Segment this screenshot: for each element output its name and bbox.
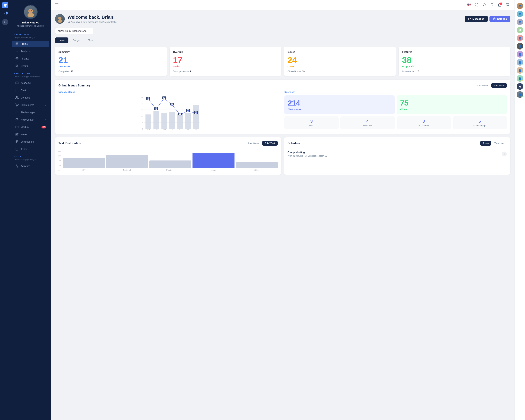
overview-title: Overview: [284, 91, 507, 93]
notification-icon[interactable]: 3: [2, 11, 8, 18]
stat-label-overdue: Tasks: [173, 65, 278, 68]
sidebar-item-project[interactable]: Project: [12, 41, 49, 47]
bar-col-other: Other: [236, 162, 278, 171]
mini-stat-reopened: 8 Re-opened: [396, 116, 451, 129]
stat-menu-issues[interactable]: ⋮: [389, 50, 392, 54]
svg-point-24: [483, 3, 486, 6]
svg-text:Sat: Sat: [187, 129, 189, 130]
mini-stat-fixed-label: Fixed: [287, 124, 336, 127]
right-avatar-6[interactable]: 👤: [517, 43, 523, 49]
sidebar-item-notes[interactable]: Notes: [12, 131, 49, 138]
right-avatar-12[interactable]: 👤: [517, 91, 523, 98]
sidebar-item-analytics[interactable]: Analytics: [12, 48, 49, 55]
right-avatar-11[interactable]: M: [517, 83, 523, 90]
task-dist-lastweek[interactable]: Last Week: [246, 141, 262, 146]
right-avatar-1[interactable]: 👤: [517, 3, 523, 9]
schedule-event-arrow[interactable]: [502, 151, 507, 157]
sidebar-item-mailbox[interactable]: Mailbox 27: [12, 124, 49, 130]
bar-col-issues: Issues: [193, 153, 234, 171]
stat-menu-summary[interactable]: ⋮: [160, 50, 163, 54]
mini-stat-fixed-num: 3: [287, 119, 336, 124]
sidebar-item-contacts[interactable]: Contacts: [12, 94, 49, 101]
sidebar-item-ecommerce[interactable]: ECommerce ›: [12, 102, 49, 108]
svg-point-59: [163, 98, 165, 99]
closed-issues-label: Closed: [400, 108, 504, 111]
closed-issues-count: 75: [400, 99, 504, 107]
menu-toggle[interactable]: [55, 2, 61, 8]
new-issues-label: New Issues: [288, 108, 391, 111]
flag-icon[interactable]: 🇺🇸: [466, 2, 472, 8]
sidebar: Brian Hughes hughes.brian@company.com DA…: [10, 0, 51, 420]
message-icon[interactable]: [505, 2, 510, 8]
github-toggle-lastweek[interactable]: Last Week: [475, 83, 490, 88]
task-dist-thisweek[interactable]: This Week: [262, 141, 278, 146]
stat-label-issues: Open: [288, 65, 392, 68]
welcome-text: Welcome back, Brian! You have 2 new mess…: [67, 15, 117, 23]
sidebar-label-academy: Academy: [21, 82, 31, 84]
avatar-dot-7: [522, 56, 523, 57]
welcome-header: Welcome back, Brian! You have 2 new mess…: [55, 14, 510, 24]
sidebar-label-crypto: Crypto: [21, 65, 28, 67]
fullscreen-icon[interactable]: [474, 2, 479, 8]
right-avatar-4[interactable]: M: [517, 27, 523, 33]
sidebar-item-filemanager[interactable]: File Manager: [12, 109, 49, 116]
stat-title-summary: Summary: [58, 51, 70, 53]
overview-top: 214 New Issues 75 Closed: [284, 95, 507, 114]
schedule-today[interactable]: Today: [480, 141, 491, 146]
right-avatar-2[interactable]: 👤: [517, 11, 523, 17]
sidebar-item-activities[interactable]: Activities: [12, 163, 49, 169]
svg-rect-45: [153, 111, 159, 129]
cart-icon[interactable]: 5: [497, 2, 503, 8]
search-icon[interactable]: [482, 2, 487, 8]
sidebar-profile: Brian Hughes hughes.brian@company.com: [10, 0, 51, 31]
right-avatar-9[interactable]: 👤: [517, 67, 523, 74]
stat-footer-overdue: From yesterday: 9: [173, 70, 278, 73]
stat-card-overdue: Overdue ⋮ 17 Tasks From yesterday: 9: [169, 47, 281, 76]
svg-rect-47: [169, 112, 175, 129]
stat-menu-overdue[interactable]: ⋮: [274, 50, 278, 54]
stat-menu-features[interactable]: ⋮: [503, 50, 507, 54]
sidebar-item-scrumboard[interactable]: Scrumboard: [12, 139, 49, 145]
sidebar-item-chat[interactable]: Chat: [12, 87, 49, 94]
user-avatar-icon[interactable]: [2, 19, 8, 25]
sidebar-item-crypto[interactable]: Crypto: [12, 63, 49, 69]
sidebar-item-tasks[interactable]: Tasks: [12, 146, 49, 152]
sidebar-item-academy[interactable]: Academy: [12, 80, 49, 86]
welcome-subtitle: You have 2 new messages and 15 new tasks: [67, 21, 117, 23]
github-toggle-thisweek[interactable]: This Week: [491, 83, 507, 88]
sidebar-label-ecommerce: ECommerce: [21, 104, 34, 106]
right-avatar-5[interactable]: 👤: [517, 35, 523, 41]
stat-title-overdue: Overdue: [173, 51, 183, 53]
stat-number-overdue: 17: [173, 56, 278, 64]
tab-budget[interactable]: Budget: [69, 37, 84, 43]
avatar-dot-3: [522, 24, 523, 25]
settings-button[interactable]: Settings: [489, 16, 510, 22]
task-distribution-card: Task Distribution Last Week This Week 40…: [55, 137, 281, 175]
stat-title-issues: Issues: [288, 51, 295, 53]
stat-card-issues: Issues ⋮ 24 Open Closed today: 19: [284, 47, 396, 76]
svg-point-68: [187, 110, 189, 112]
messages-button[interactable]: Messages: [465, 16, 488, 22]
tab-home[interactable]: Home: [55, 37, 68, 43]
right-avatar-7[interactable]: 👤: [517, 51, 523, 57]
schedule-tomorrow[interactable]: Tomorrow: [492, 141, 507, 146]
stats-row: Summary ⋮ 21 Due Tasks Completed: 13 Ove…: [55, 47, 510, 76]
app-logo[interactable]: [2, 2, 8, 8]
right-avatar-3[interactable]: 👤: [517, 19, 523, 25]
right-avatar-8[interactable]: 👤: [517, 59, 523, 66]
bar-api: [63, 158, 104, 168]
svg-text:Fri: Fri: [179, 129, 181, 130]
sidebar-item-finance[interactable]: Finance: [12, 55, 49, 62]
overview-new-issues: 214 New Issues: [284, 95, 395, 114]
app-selector[interactable]: ACME Corp. Backend App: [55, 28, 93, 34]
avatar-dot-2: [522, 16, 523, 17]
overview-bottom: 3 Fixed 4 Won't Fix 8 Re-opened 6: [284, 116, 507, 129]
stat-footer-summary: Completed: 13: [58, 70, 163, 73]
sidebar-item-helpcenter[interactable]: Help Center ›: [12, 116, 49, 123]
schedule-event-0: Group Meeting in 32 minutes Conference r…: [288, 149, 507, 160]
tab-team[interactable]: Team: [85, 37, 98, 43]
right-avatar-10[interactable]: 👤: [517, 75, 523, 82]
schedule-title: Schedule: [288, 142, 300, 145]
bookmark-icon[interactable]: [489, 2, 495, 8]
svg-point-71: [195, 112, 197, 114]
